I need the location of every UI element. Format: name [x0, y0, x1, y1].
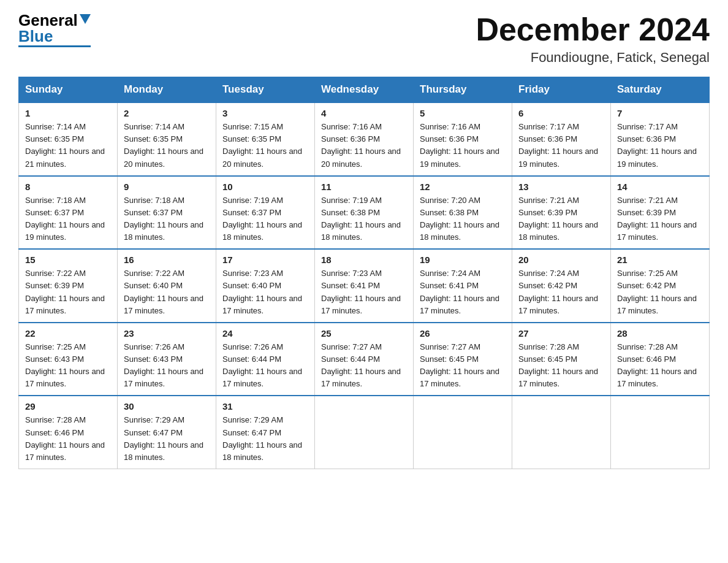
calendar-cell: 6 Sunrise: 7:17 AMSunset: 6:36 PMDayligh…	[512, 102, 611, 176]
day-info: Sunrise: 7:25 AMSunset: 6:43 PMDaylight:…	[25, 342, 105, 388]
day-number: 6	[518, 108, 604, 118]
day-info: Sunrise: 7:26 AMSunset: 6:43 PMDaylight:…	[124, 342, 203, 388]
location-subtitle: Foundiougne, Fatick, Senegal	[476, 50, 710, 66]
calendar-cell: 4 Sunrise: 7:16 AMSunset: 6:36 PMDayligh…	[315, 102, 414, 176]
calendar-cell: 26 Sunrise: 7:27 AMSunset: 6:45 PMDaylig…	[414, 323, 512, 396]
day-number: 16	[124, 255, 210, 265]
calendar-cell: 8 Sunrise: 7:18 AMSunset: 6:37 PMDayligh…	[19, 176, 118, 250]
day-info: Sunrise: 7:23 AMSunset: 6:40 PMDaylight:…	[222, 269, 302, 315]
calendar-cell: 12 Sunrise: 7:20 AMSunset: 6:38 PMDaylig…	[414, 176, 512, 250]
day-number: 24	[222, 328, 308, 339]
day-info: Sunrise: 7:24 AMSunset: 6:42 PMDaylight:…	[518, 269, 598, 315]
day-info: Sunrise: 7:14 AMSunset: 6:35 PMDaylight:…	[124, 122, 203, 168]
day-number: 18	[321, 255, 407, 265]
day-number: 3	[222, 108, 308, 118]
logo-general-text: General	[18, 12, 78, 28]
header-tuesday: Tuesday	[216, 77, 315, 103]
day-number: 30	[124, 401, 210, 412]
day-info: Sunrise: 7:16 AMSunset: 6:36 PMDaylight:…	[321, 122, 401, 168]
calendar-cell: 30 Sunrise: 7:29 AMSunset: 6:47 PMDaylig…	[118, 396, 216, 469]
day-number: 26	[420, 328, 506, 339]
day-number: 17	[222, 255, 308, 265]
day-info: Sunrise: 7:19 AMSunset: 6:37 PMDaylight:…	[222, 196, 302, 242]
week-row-2: 8 Sunrise: 7:18 AMSunset: 6:37 PMDayligh…	[19, 176, 710, 250]
calendar-cell: 31 Sunrise: 7:29 AMSunset: 6:47 PMDaylig…	[216, 396, 315, 469]
day-info: Sunrise: 7:27 AMSunset: 6:45 PMDaylight:…	[420, 342, 499, 388]
day-number: 5	[420, 108, 506, 118]
day-number: 28	[617, 328, 703, 339]
day-info: Sunrise: 7:29 AMSunset: 6:47 PMDaylight:…	[222, 415, 302, 461]
week-row-1: 1 Sunrise: 7:14 AMSunset: 6:35 PMDayligh…	[19, 102, 710, 176]
day-info: Sunrise: 7:28 AMSunset: 6:46 PMDaylight:…	[25, 415, 105, 461]
calendar-cell: 15 Sunrise: 7:22 AMSunset: 6:39 PMDaylig…	[19, 249, 118, 323]
calendar-cell: 3 Sunrise: 7:15 AMSunset: 6:35 PMDayligh…	[216, 102, 315, 176]
calendar-cell: 7 Sunrise: 7:17 AMSunset: 6:36 PMDayligh…	[611, 102, 710, 176]
day-number: 23	[124, 328, 210, 339]
day-number: 20	[518, 255, 604, 265]
logo-triangle-icon	[80, 14, 91, 24]
calendar-cell: 14 Sunrise: 7:21 AMSunset: 6:39 PMDaylig…	[611, 176, 710, 250]
calendar-cell: 24 Sunrise: 7:26 AMSunset: 6:44 PMDaylig…	[216, 323, 315, 396]
calendar-cell: 10 Sunrise: 7:19 AMSunset: 6:37 PMDaylig…	[216, 176, 315, 250]
day-number: 12	[420, 182, 506, 192]
calendar-cell: 11 Sunrise: 7:19 AMSunset: 6:38 PMDaylig…	[315, 176, 414, 250]
day-number: 15	[25, 255, 111, 265]
day-info: Sunrise: 7:20 AMSunset: 6:38 PMDaylight:…	[420, 196, 499, 242]
day-number: 4	[321, 108, 407, 118]
logo-blue-text: Blue	[18, 28, 53, 44]
day-number: 19	[420, 255, 506, 265]
calendar-cell: 19 Sunrise: 7:24 AMSunset: 6:41 PMDaylig…	[414, 249, 512, 323]
calendar-cell: 13 Sunrise: 7:21 AMSunset: 6:39 PMDaylig…	[512, 176, 611, 250]
header-saturday: Saturday	[611, 77, 710, 103]
day-info: Sunrise: 7:18 AMSunset: 6:37 PMDaylight:…	[25, 196, 105, 242]
page-header: General Blue December 2024 Foundiougne, …	[18, 12, 710, 66]
calendar-table: Sunday Monday Tuesday Wednesday Thursday…	[18, 77, 710, 469]
day-number: 1	[25, 108, 111, 118]
day-info: Sunrise: 7:17 AMSunset: 6:36 PMDaylight:…	[617, 122, 697, 168]
day-info: Sunrise: 7:25 AMSunset: 6:42 PMDaylight:…	[617, 269, 697, 315]
day-number: 2	[124, 108, 210, 118]
calendar-cell: 5 Sunrise: 7:16 AMSunset: 6:36 PMDayligh…	[414, 102, 512, 176]
day-number: 7	[617, 108, 703, 118]
calendar-cell	[611, 396, 710, 469]
calendar-cell	[315, 396, 414, 469]
day-number: 21	[617, 255, 703, 265]
day-info: Sunrise: 7:22 AMSunset: 6:39 PMDaylight:…	[25, 269, 105, 315]
calendar-cell: 23 Sunrise: 7:26 AMSunset: 6:43 PMDaylig…	[118, 323, 216, 396]
day-number: 29	[25, 401, 111, 412]
day-info: Sunrise: 7:28 AMSunset: 6:45 PMDaylight:…	[518, 342, 598, 388]
day-info: Sunrise: 7:24 AMSunset: 6:41 PMDaylight:…	[420, 269, 499, 315]
weekday-header-row: Sunday Monday Tuesday Wednesday Thursday…	[19, 77, 710, 103]
day-info: Sunrise: 7:21 AMSunset: 6:39 PMDaylight:…	[617, 196, 697, 242]
calendar-cell: 25 Sunrise: 7:27 AMSunset: 6:44 PMDaylig…	[315, 323, 414, 396]
calendar-cell: 1 Sunrise: 7:14 AMSunset: 6:35 PMDayligh…	[19, 102, 118, 176]
calendar-cell: 17 Sunrise: 7:23 AMSunset: 6:40 PMDaylig…	[216, 249, 315, 323]
header-wednesday: Wednesday	[315, 77, 414, 103]
calendar-cell: 28 Sunrise: 7:28 AMSunset: 6:46 PMDaylig…	[611, 323, 710, 396]
calendar-cell: 16 Sunrise: 7:22 AMSunset: 6:40 PMDaylig…	[118, 249, 216, 323]
month-title: December 2024	[476, 12, 710, 47]
day-number: 22	[25, 328, 111, 339]
day-number: 9	[124, 182, 210, 192]
week-row-4: 22 Sunrise: 7:25 AMSunset: 6:43 PMDaylig…	[19, 323, 710, 396]
day-number: 27	[518, 328, 604, 339]
logo-underline	[18, 45, 91, 47]
day-info: Sunrise: 7:16 AMSunset: 6:36 PMDaylight:…	[420, 122, 499, 168]
calendar-cell: 9 Sunrise: 7:18 AMSunset: 6:37 PMDayligh…	[118, 176, 216, 250]
calendar-cell: 22 Sunrise: 7:25 AMSunset: 6:43 PMDaylig…	[19, 323, 118, 396]
day-number: 10	[222, 182, 308, 192]
calendar-cell: 18 Sunrise: 7:23 AMSunset: 6:41 PMDaylig…	[315, 249, 414, 323]
day-number: 8	[25, 182, 111, 192]
day-number: 31	[222, 401, 308, 412]
calendar-cell: 2 Sunrise: 7:14 AMSunset: 6:35 PMDayligh…	[118, 102, 216, 176]
calendar-cell: 29 Sunrise: 7:28 AMSunset: 6:46 PMDaylig…	[19, 396, 118, 469]
day-number: 11	[321, 182, 407, 192]
day-number: 14	[617, 182, 703, 192]
week-row-5: 29 Sunrise: 7:28 AMSunset: 6:46 PMDaylig…	[19, 396, 710, 469]
day-number: 13	[518, 182, 604, 192]
day-info: Sunrise: 7:26 AMSunset: 6:44 PMDaylight:…	[222, 342, 302, 388]
header-sunday: Sunday	[19, 77, 118, 103]
logo: General Blue	[18, 12, 91, 47]
calendar-cell	[414, 396, 512, 469]
day-info: Sunrise: 7:23 AMSunset: 6:41 PMDaylight:…	[321, 269, 401, 315]
